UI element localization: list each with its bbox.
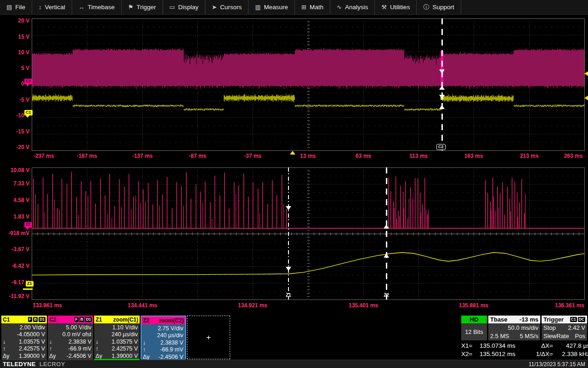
menu-label: Trigger [136,4,156,11]
main-x-tick-label: 163 ms [464,153,483,159]
trigger-level-upper-arrow[interactable] [584,71,588,76]
cursor-marker-arrow [439,86,445,90]
cursors-icon: ➤ [212,4,217,10]
delta-y-icon: Δy [96,353,102,359]
zoom-y-tick-label: 4.58 V [1,197,29,203]
z1-active-underline [94,359,140,360]
main-x-tick-label: -187 ms [77,153,97,159]
timebase-icon: ↔ [79,4,85,10]
trigger-level-lower-arrow[interactable] [584,96,588,100]
menu-timebase[interactable]: ↔Timebase [72,0,122,14]
offset-value: -4.05000 V [17,331,45,338]
trigger-type: SlewRate [543,333,569,339]
main-y-tick-label: 15 V [1,34,29,40]
trace-title: C2 [49,316,56,323]
x2-label: X2= [461,351,480,357]
main-graph-canvas[interactable] [32,18,585,151]
menu-utilities[interactable]: ⚒Utilities [375,0,417,14]
trigger-icon: ⚑ [128,4,134,10]
main-x-tick-label: 13 ms [300,153,316,159]
delta-y-value: 1.39000 V [19,353,45,359]
trigger-level: 2.42 V [568,324,585,331]
cursor-readout-line1: X1= 135.0734 ms ΔX= 427.8 µs [461,342,588,349]
menu-support[interactable]: ⓘSupport [417,0,461,14]
menu-analysis[interactable]: ∿Analysis [330,0,375,14]
badge-f: F [74,317,79,322]
dx-value: 427.8 µs [556,342,588,349]
menu-trigger[interactable]: ⚑Trigger [122,0,163,14]
plus-icon: + [206,333,211,342]
brand-lecroy: LECROY [40,361,65,368]
menu-cursors[interactable]: ➤Cursors [205,0,249,14]
cursor-low-value: 1.03575 V [19,339,45,345]
main-x-tick-label: -87 ms [189,153,206,159]
zoom-x-tick-label: 135.401 ms [349,302,378,309]
cursor-low-icon: ↓ [49,339,52,345]
brand-teledyne: TELEDYNE [3,361,36,368]
time-per-div: 240 µs/div [157,332,183,339]
trigger-box[interactable]: Trigger C1 DC Stop 2.42 V SlewRate Pos [542,316,587,340]
zoom-y-tick-label: 7.33 V [1,180,29,187]
cursor-high-value: 2.42575 V [19,345,45,352]
measure-icon: ▥ [255,4,260,10]
zoom-x-tick-label: 136.361 ms [555,302,584,309]
cursor-low-value: 1.03575 V [112,339,138,345]
cursor-high-value: 2.42575 V [112,345,138,352]
menu-vertical[interactable]: ↕Vertical [32,0,72,14]
x1-cursor-line[interactable] [288,167,289,299]
x1-cursor-label: Z1 [286,293,291,298]
x2-cursor-line[interactable] [386,167,387,299]
zoom-y-tick-label: 1.83 V [1,213,29,220]
trace-descriptor-z2[interactable]: Z2 zoom(C2) 2.75 V/div 240 µs/div ↓2.383… [141,316,186,359]
cursor-marker-arrow [439,69,445,74]
menu-file[interactable]: ▤File [0,0,32,14]
x2-marker-arrow [384,224,389,229]
sample-count: 2.5 MS [490,333,509,339]
x1-marker-arrow [286,267,291,271]
badge-d1: D1 [39,317,45,322]
main-cursor-line[interactable] [441,18,443,150]
menu-label: Analysis [345,4,368,11]
trace-title: Z1 [96,316,102,323]
zoom-y-tick-label: 10.08 V [1,167,29,173]
trigger-time-marker[interactable] [290,151,295,155]
delta-y-icon: Δy [49,353,56,359]
dx-label: ΔX= [527,342,556,349]
z1-level-chip[interactable]: Z1 [26,281,34,287]
display-icon: ▭ [170,4,175,10]
add-trace-button[interactable]: + [187,316,230,359]
x1-marker-arrow [286,206,291,210]
cursor-low-value: 2.3838 V [68,339,91,345]
status-bar: TELEDYNE LECROY 11/13/2023 5:37:15 AM [0,360,588,368]
menu-label: Timebase [88,4,115,11]
inv-dx-value: 2.338 kHz [556,351,588,357]
menu-math[interactable]: ⊞Math [295,0,330,14]
main-x-tick-label: 263 ms [564,153,583,159]
x1-label: X1= [461,342,480,349]
main-x-tick-label: 213 ms [520,153,539,159]
hd-mode-label: HD [461,316,487,323]
cursor-low-icon: ↓ [143,339,146,346]
timebase-box[interactable]: Tbase -13 ms 50.0 ms/div 2.5 MS 5 MS/s [488,316,540,340]
menu-measure[interactable]: ▥Measure [249,0,295,14]
trace-descriptor-c2[interactable]: C2 F B D1 5.00 V/div 0.0 mV ofst ↓2.3838… [48,316,93,359]
z2-level-chip[interactable]: Z2 [24,222,32,228]
acquisition-mode-box[interactable]: HD 12 Bits [461,316,487,340]
zoom-graph-canvas[interactable] [32,167,585,300]
offset-value: 0.0 mV ofst [62,331,91,338]
timebase-title: Tbase [490,316,508,323]
volts-per-div: 2.75 V/div [158,325,183,332]
trace-descriptor-c1[interactable]: C1 F B D1 2.00 V/div -4.05000 V ↓1.03575… [1,316,47,359]
trace-descriptor-z1[interactable]: Z1 zoom(C1) 1.10 V/div 240 µs/div ↓1.035… [94,316,140,359]
zoom-y-tick-label: -3.67 V [1,246,29,253]
sample-rate: 5 MS/s [520,333,538,339]
menu-label: Math [310,4,323,11]
c1-level-chip[interactable]: C1 [24,110,33,115]
main-y-tick-label: -20 V [1,144,29,150]
menu-display[interactable]: ▭Display [163,0,206,14]
pan-left-arrow[interactable]: ← [33,299,39,305]
zoom-y-tick-label: -6.42 V [1,263,29,269]
z1-level-bar [23,288,33,290]
c2-level-chip[interactable]: C2 [24,79,33,84]
c1-level-pointer [26,115,29,118]
